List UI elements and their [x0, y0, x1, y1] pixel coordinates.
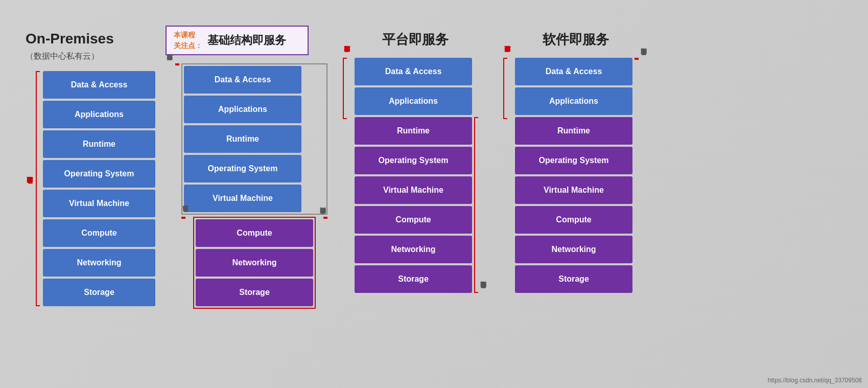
- col3-row-7: Storage: [355, 265, 472, 293]
- col2-bottom-section: 由总部云服务 Compute Networking Storage: [181, 217, 327, 309]
- col2-row-0: Data & Access: [184, 66, 301, 94]
- col1-subtitle: （数据中心私有云）: [26, 51, 99, 62]
- col3-row-1: Applications: [355, 87, 472, 115]
- col3-bottom-rows: Runtime Operating System Virtual Machine…: [355, 117, 472, 293]
- col4-row-3: Operating System: [515, 147, 632, 174]
- col3-stack: Data & Access Applications Runtime Opera…: [355, 58, 488, 293]
- main-container: On-Premises （数据中心私有云） 由自己运维和管理 Data & Ac…: [0, 0, 868, 388]
- col4-right-ann: 由云供应商提供部署和运维服务: [635, 58, 648, 60]
- col1-row-7: Storage: [43, 279, 155, 306]
- col1-block: On-Premises （数据中心私有云） 由自己运维和管理 Data & Ac…: [26, 31, 155, 306]
- col4-row-7: Storage: [515, 265, 632, 293]
- col2-block: 本课程 关注点： 基础结构即服务 由您部署和管理: [166, 26, 327, 309]
- col1-row-4: Virtual Machine: [43, 190, 155, 217]
- col1-left-ann: 由自己运维和管理: [26, 71, 40, 306]
- col4-top-rows: Data & Access Applications: [515, 58, 632, 115]
- col4-block: 软件即服务 由您管理 Data & Access Applications: [503, 31, 648, 293]
- col2-row-1: Applications: [184, 96, 301, 123]
- col4-bottom-rows: Runtime Operating System Virtual Machine…: [515, 117, 632, 293]
- col2-note-label: 本课程 关注点：: [174, 30, 202, 51]
- col1-row-1: Applications: [43, 101, 155, 128]
- watermark: https://blog.csdn.net/qq_33709508: [768, 377, 862, 384]
- col3-row-5: Compute: [355, 206, 472, 234]
- col4-row-5: Compute: [515, 206, 632, 234]
- col2-row-5: Compute: [196, 219, 313, 247]
- col3-row-0: Data & Access: [355, 58, 472, 85]
- col2-bottom-bordered: Compute Networking Storage: [193, 217, 316, 309]
- col3-main: 由您管理 Data & Access Applications: [343, 58, 488, 293]
- col2-row-2: Runtime: [184, 125, 301, 153]
- col3-row-3: Operating System: [355, 147, 472, 174]
- col4-row-2: Runtime: [515, 117, 632, 145]
- col2-note-box: 本课程 关注点： 基础结构即服务: [166, 26, 309, 55]
- col3-block: 平台即服务 由您管理 Data & Access Applications: [343, 31, 488, 293]
- col4-row-1: Applications: [515, 87, 632, 115]
- col3-row-4: Virtual Machine: [355, 176, 472, 204]
- col2-top-ann-text: 由您部署和管理: [166, 63, 174, 65]
- col2-right-ann-group: 云供应商物理结构管理: [318, 217, 327, 309]
- col3-bottom-section: Runtime Operating System Virtual Machine…: [355, 117, 488, 293]
- col4-right-ann-text: 由云供应商提供部署和运维服务: [640, 58, 648, 60]
- col3-row-2: Runtime: [355, 117, 472, 145]
- col1-stack-wrapper: 由自己运维和管理 Data & Access Applications Runt…: [26, 71, 155, 306]
- col1-row-6: Networking: [43, 249, 155, 277]
- col3-top-rows: Data & Access Applications: [355, 58, 488, 115]
- col2-title: 基础结构即服务: [207, 33, 286, 48]
- col2-top-section: 由您部署和管理 Data & Access Applications Runti…: [166, 63, 327, 309]
- col4-left-ann: 由您管理: [503, 58, 513, 119]
- col4-title: 软件即服务: [543, 31, 609, 49]
- col3-row-6: Networking: [355, 236, 472, 263]
- col1-stack: Data & Access Applications Runtime Opera…: [43, 71, 155, 306]
- page-layout: On-Premises （数据中心私有云） 由自己运维和管理 Data & Ac…: [10, 15, 858, 373]
- col3-right-ann: 由云供应商提供部署和运维服务: [474, 117, 488, 293]
- col2-row-6: Networking: [196, 249, 313, 277]
- col4-row-6: Networking: [515, 236, 632, 263]
- col3-left-ann: 由您管理: [343, 58, 353, 119]
- col1-row-3: Operating System: [43, 160, 155, 188]
- col2-row-4: Virtual Machine: [184, 185, 301, 212]
- col1-row-5: Compute: [43, 219, 155, 247]
- col4-stack: Data & Access Applications Runtime Opera…: [515, 58, 632, 293]
- col2-row-3: Operating System: [184, 155, 301, 182]
- col2-bottom-ann-group: 由总部云服务: [181, 217, 191, 309]
- col1-row-2: Runtime: [43, 130, 155, 158]
- col3-right-ann-text: 由云供应商提供部署和运维服务: [479, 117, 488, 293]
- col4-row-4: Virtual Machine: [515, 176, 632, 204]
- col2-top-bordered: Data & Access Applications Runtime Opera…: [181, 63, 327, 215]
- col2-top-ann-group: 由您部署和管理: [166, 63, 179, 65]
- col2-full-stack: Data & Access Applications Runtime Opera…: [181, 63, 327, 309]
- col1-left-ann-text: 由自己运维和管理: [26, 71, 34, 306]
- col1-row-0: Data & Access: [43, 71, 155, 99]
- col1-title: On-Premises: [26, 31, 114, 47]
- col2-row-7: Storage: [196, 279, 313, 306]
- col4-row-0: Data & Access: [515, 58, 632, 85]
- col3-title: 平台即服务: [382, 31, 449, 49]
- col4-main: 由您管理 Data & Access Applications: [503, 58, 648, 293]
